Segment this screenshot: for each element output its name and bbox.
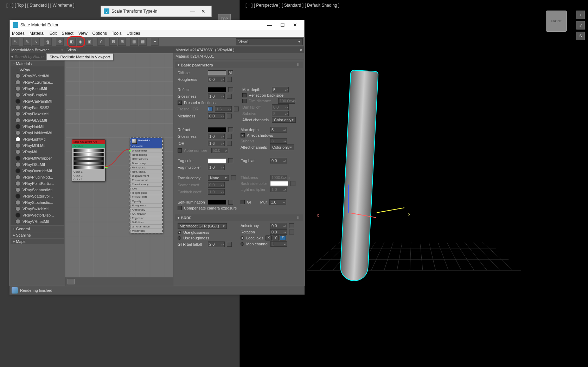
gizmo-y-axis[interactable] <box>377 207 404 213</box>
refract-color[interactable] <box>208 127 226 132</box>
material-item[interactable]: VRayMtlWrapper <box>14 155 61 161</box>
scale-transform-dialog[interactable]: 3 Scale Transform Type-In — ✕ <box>101 6 212 17</box>
translucency-combo[interactable]: None <box>208 175 229 181</box>
material-item[interactable]: VRayALSurface... <box>14 79 61 85</box>
fog-mult-spinner[interactable]: 1.0 <box>208 165 225 170</box>
group-vray[interactable]: V-Ray <box>14 67 61 73</box>
tool-select-icon[interactable]: ↖ <box>11 38 19 46</box>
perspective-viewport-label[interactable]: [ + ] [ Perspective ] [ Standard ] [ Def… <box>245 3 339 8</box>
node-input-slot[interactable]: Opacity <box>130 199 162 203</box>
top-viewport-label[interactable]: [ + ] [ Top ] [ Standard ] [ Wireframe ] <box>6 3 75 8</box>
maxdepth-r-spinner[interactable]: 5 <box>272 87 289 92</box>
fog-color-map[interactable] <box>228 158 233 163</box>
gtr-map[interactable] <box>227 242 232 247</box>
map-channel-spinner[interactable]: 1 <box>270 241 287 247</box>
material-item[interactable]: VRayGLSLMtl <box>14 117 61 123</box>
material-item[interactable]: VRayHairNextMtl <box>14 130 61 136</box>
diffuse-m-button[interactable]: M <box>228 70 233 75</box>
tool-fx-icon[interactable]: ✦ <box>151 38 159 46</box>
tool-grid-2-icon[interactable]: ▩ <box>139 38 147 46</box>
material-item[interactable]: VRayPointPartic... <box>14 180 61 187</box>
gi-check[interactable] <box>241 200 245 204</box>
ior-map[interactable] <box>227 141 232 146</box>
material-item[interactable]: VRayCarPaintMtl <box>14 98 61 104</box>
material-item[interactable]: VRayPluginNod... <box>14 174 61 180</box>
compensate-check[interactable] <box>178 206 182 210</box>
use-rough-radio[interactable] <box>178 236 181 240</box>
group-materials[interactable]: Materials <box>11 61 64 66</box>
tool-grid-1-icon[interactable]: ▦ <box>130 38 138 46</box>
menu-utilities[interactable]: Utilities <box>127 31 140 36</box>
menu-select[interactable]: Select <box>62 31 73 36</box>
axis-y-button[interactable]: Y <box>273 236 279 240</box>
param-scroll[interactable]: Basic parameters⠿ DiffuseM Roughness0.0 … <box>173 59 304 286</box>
tool-delete-icon[interactable]: 🗑 <box>44 38 52 46</box>
map-gradient-node[interactable]: Map #2138795729 Gradient Color 1 Color 2… <box>72 139 106 182</box>
node-a-port[interactable]: Color 3 <box>72 178 105 181</box>
metalness-map[interactable] <box>227 114 232 118</box>
affect-f-combo[interactable]: Color only <box>270 144 294 150</box>
node-a-port[interactable]: Color 1 <box>72 170 105 174</box>
maxdepth-f-spinner[interactable]: 5 <box>270 127 287 133</box>
menu-view[interactable]: View <box>78 31 88 36</box>
gtr-spinner[interactable]: 2.0 <box>208 242 225 247</box>
rollout-basic[interactable]: Basic parameters⠿ <box>175 62 303 68</box>
search-dropdown-icon[interactable]: ▾ <box>11 54 13 59</box>
node-input-slot[interactable]: An. rotation <box>130 212 162 216</box>
material-item[interactable]: VRayScannedMtl <box>14 187 61 193</box>
node-input-slot[interactable]: Roughness <box>130 203 162 207</box>
side-tool-1[interactable]: + <box>576 11 585 19</box>
canvas-tab[interactable]: View1 <box>65 47 173 53</box>
node-input-slot[interactable]: Displacement <box>130 174 162 178</box>
view-cube[interactable]: FRONT <box>546 11 567 32</box>
selfillum-map[interactable] <box>228 200 233 205</box>
local-axis-radio[interactable] <box>241 236 244 240</box>
tool-show-map-icon[interactable]: ▣ <box>85 38 93 46</box>
material-item[interactable]: VRayLightMtl <box>14 136 61 142</box>
side-tool-3[interactable]: S <box>576 32 585 40</box>
fresnel-ior-spinner[interactable]: 1.6 <box>215 106 232 112</box>
slate-minimize-button[interactable]: — <box>263 22 276 28</box>
tool-layout-v-icon[interactable]: ⊞ <box>118 38 126 46</box>
rotation-map[interactable] <box>289 230 294 234</box>
glossiness-r-spinner[interactable]: 1.0 <box>208 94 225 99</box>
selfillum-mult-spinner[interactable]: 1.0 <box>269 199 286 205</box>
fog-color[interactable] <box>208 158 226 163</box>
navigator-icon[interactable] <box>68 279 75 284</box>
group-general[interactable]: General <box>11 226 64 232</box>
node-input-slot[interactable]: Refl. gloss. <box>130 165 162 169</box>
material-item[interactable]: VRayMDLMtl <box>14 142 61 149</box>
material-item[interactable]: VRay2SidedMtl <box>14 73 61 79</box>
slate-maximize-button[interactable]: ☐ <box>276 22 289 28</box>
reflect-back-check[interactable] <box>242 93 247 97</box>
affect-r-combo[interactable]: Color only <box>272 117 296 123</box>
material-item[interactable]: VRayBlendMtl <box>14 85 61 92</box>
metalness-spinner[interactable]: 0.0 <box>208 113 225 119</box>
fresnel-check[interactable] <box>178 101 182 105</box>
material-item[interactable]: VRayBumpMtl <box>14 92 61 98</box>
glossiness-r-map[interactable] <box>227 94 232 99</box>
node-input-slot[interactable]: Translucency <box>130 182 162 186</box>
reflect-map[interactable] <box>228 87 233 92</box>
tool-layout-h-icon[interactable]: ⊟ <box>109 38 117 46</box>
affect-shadows-check[interactable] <box>241 133 245 137</box>
use-gloss-radio[interactable] <box>178 231 181 234</box>
brdf-combo[interactable]: Microfacet GTR (GGX) <box>178 223 227 229</box>
diffuse-color[interactable] <box>208 70 226 75</box>
anisotropy-map[interactable] <box>289 223 294 228</box>
side-tool-2[interactable]: ⤢ <box>576 21 585 30</box>
vraymtl-node[interactable]: Material #... VRayMtl Diffuse mapReflect… <box>130 137 163 233</box>
slate-titlebar[interactable]: Slate Material Editor — ☐ ✕ <box>10 20 304 30</box>
node-input-slot[interactable]: Diffuse map <box>130 148 162 153</box>
browser-header[interactable]: Material/Map Browser <box>10 47 65 53</box>
node-input-slot[interactable]: Environment <box>130 178 162 182</box>
tool-pick-icon[interactable]: ✎ <box>23 38 31 46</box>
node-input-slot[interactable]: Anisotropy <box>130 207 162 212</box>
rotation-spinner[interactable]: 0.0 <box>270 229 287 235</box>
node-input-slot[interactable]: Self-illum <box>130 220 162 224</box>
node-input-slot[interactable]: Refr. gloss. <box>130 169 162 174</box>
menu-edit[interactable]: Edit <box>50 31 57 36</box>
selfillum-color[interactable] <box>208 200 226 205</box>
tool-move-icon[interactable]: ✥ <box>56 38 64 46</box>
tool-show-shaded-icon[interactable]: ◧ <box>68 38 76 46</box>
